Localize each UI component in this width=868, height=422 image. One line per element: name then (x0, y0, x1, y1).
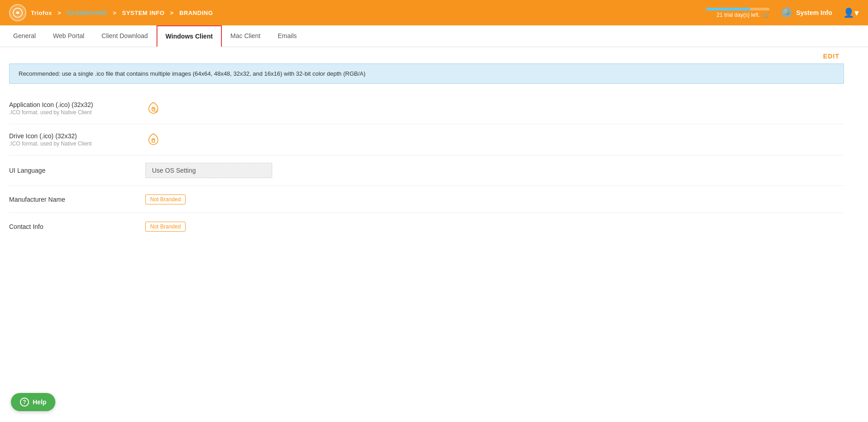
gear-icon: ⚙️ (780, 7, 793, 19)
breadcrumb-system-info: SYSTEM INFO (122, 10, 165, 16)
ui-language-select[interactable]: Use OS Setting (145, 163, 272, 178)
trial-text: 21 trial day(s) left. 🛒 (716, 12, 769, 18)
app-icon-title: Application Icon (.ico) (32x32) (9, 101, 145, 108)
navbar-left: Triofox > DASHBOARD > SYSTEM INFO > BRAN… (9, 4, 213, 21)
tab-mac-client[interactable]: Mac Client (222, 25, 269, 47)
edit-row: EDIT (9, 47, 844, 63)
settings-row-app-icon: Application Icon (.ico) (32x32) .ICO for… (9, 93, 844, 124)
trial-bar-container (706, 8, 770, 10)
tab-windows-client[interactable]: Windows Client (157, 25, 222, 47)
app-icon-display: ✓ (145, 100, 162, 116)
sep2: > (111, 10, 118, 16)
app-icon-sub: .ICO format. used by Native Client (9, 109, 145, 116)
manufacturer-title: Manufacturer Name (9, 196, 145, 203)
breadcrumb-branding: BRANDING (179, 10, 213, 16)
manufacturer-label: Manufacturer Name (9, 196, 145, 203)
brand-name: Triofox (31, 10, 52, 16)
edit-button[interactable]: EDIT (823, 53, 839, 60)
contact-label: Contact Info (9, 223, 145, 230)
system-info-button[interactable]: ⚙️ System Info (780, 7, 832, 19)
settings-row-manufacturer: Manufacturer Name Not Branded (9, 186, 844, 213)
contact-title: Contact Info (9, 223, 145, 230)
breadcrumb: Triofox > DASHBOARD > SYSTEM INFO > BRAN… (31, 10, 213, 16)
contact-badge: Not Branded (145, 222, 186, 232)
drive-icon-sub: .ICO format. used by Native Client (9, 141, 145, 147)
manufacturer-value: Not Branded (145, 194, 844, 204)
ui-language-value: Use OS Setting (145, 163, 844, 178)
sep1: > (56, 10, 63, 16)
trial-bar (706, 8, 750, 10)
tab-emails[interactable]: Emails (269, 25, 305, 47)
drive-icon-label: Drive Icon (.ico) (32x32) .ICO format. u… (9, 132, 145, 147)
tab-web-portal[interactable]: Web Portal (44, 25, 93, 47)
ui-language-title: UI Language (9, 167, 145, 174)
tabs-container: General Web Portal Client Download Windo… (0, 25, 868, 47)
tab-client-download[interactable]: Client Download (93, 25, 157, 47)
drive-icon-value (145, 131, 844, 148)
tab-general[interactable]: General (5, 25, 44, 47)
main-content: EDIT Recommended: use a single .ico file… (0, 47, 853, 258)
settings-row-ui-language: UI Language Use OS Setting (9, 155, 844, 186)
settings-row-drive-icon: Drive Icon (.ico) (32x32) .ICO format. u… (9, 124, 844, 155)
settings-row-contact: Contact Info Not Branded (9, 213, 844, 240)
trial-info: 21 trial day(s) left. 🛒 (706, 8, 770, 18)
navbar-right: 21 trial day(s) left. 🛒 ⚙️ System Info 👤… (706, 7, 859, 19)
system-info-label: System Info (796, 9, 832, 16)
drive-icon-display (145, 131, 162, 148)
settings-section: Application Icon (.ico) (32x32) .ICO for… (9, 93, 844, 240)
navbar: Triofox > DASHBOARD > SYSTEM INFO > BRAN… (0, 0, 868, 25)
contact-value: Not Branded (145, 222, 844, 232)
app-icon-value: ✓ (145, 100, 844, 116)
sep3: > (168, 10, 176, 16)
cart-icon[interactable]: 🛒 (763, 12, 770, 18)
breadcrumb-dashboard[interactable]: DASHBOARD (67, 10, 107, 16)
logo (9, 4, 26, 21)
info-banner: Recommended: use a single .ico file that… (9, 63, 844, 84)
user-menu[interactable]: 👤▾ (843, 7, 859, 18)
drive-icon-title: Drive Icon (.ico) (32x32) (9, 132, 145, 140)
manufacturer-badge: Not Branded (145, 194, 186, 204)
svg-text:✓: ✓ (155, 110, 158, 113)
ui-language-label: UI Language (9, 167, 145, 174)
app-icon-label: Application Icon (.ico) (32x32) .ICO for… (9, 101, 145, 116)
trial-days: 21 trial day(s) left. (716, 12, 760, 18)
svg-point-4 (152, 140, 155, 142)
